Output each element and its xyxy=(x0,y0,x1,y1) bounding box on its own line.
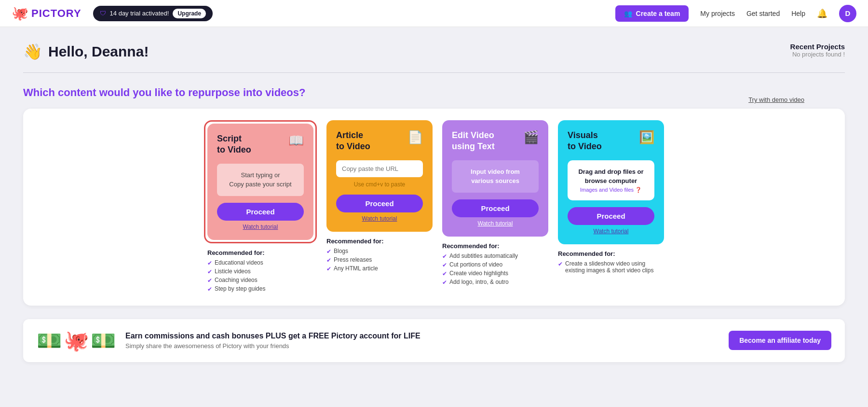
article-column: Article to Video 📄 Use cmd+v to paste Pr… xyxy=(326,120,433,294)
logo[interactable]: 🐙 PICTORY xyxy=(12,5,81,21)
greeting-text: Hello, Deanna! xyxy=(48,43,149,60)
check-icon: ✔ xyxy=(442,270,447,277)
affiliate-subtitle: Simply share the awesomeness of Pictory … xyxy=(125,342,719,350)
edit-rec-1: ✔Add subtitles automatically xyxy=(442,253,548,260)
affiliate-text: Earn commissions and cash bonuses PLUS g… xyxy=(125,332,719,350)
visuals-recommendations: Recommended for: ✔Create a slideshow vid… xyxy=(558,250,664,275)
no-projects-text: No projects found ! xyxy=(790,51,845,58)
upgrade-button[interactable]: Upgrade xyxy=(173,9,206,18)
visuals-icon: 🖼️ xyxy=(639,130,654,145)
divider xyxy=(23,72,845,73)
drop-area[interactable]: Drag and drop files orbrowse computer Im… xyxy=(568,160,654,201)
edit-recommendations: Recommended for: ✔Add subtitles automati… xyxy=(442,242,548,287)
notification-bell-icon[interactable]: 🔔 xyxy=(817,8,827,19)
script-column: Script to Video 📖 Start typing orCopy pa… xyxy=(204,120,317,294)
my-projects-link[interactable]: My projects xyxy=(700,10,735,17)
script-placeholder: Start typing orCopy paste your script xyxy=(229,170,291,189)
avatar[interactable]: D xyxy=(839,5,856,22)
help-icon: ❓ xyxy=(635,187,642,193)
visuals-column: Visuals to Video 🖼️ Drag and drop files … xyxy=(558,120,664,294)
script-card[interactable]: Script to Video 📖 Start typing orCopy pa… xyxy=(207,124,313,240)
article-rec-3: ✔Any HTML article xyxy=(326,265,433,272)
money-icon-right: 💵 xyxy=(91,329,116,352)
script-rec-1: ✔Educational videos xyxy=(207,259,313,267)
recent-projects: Recent Projects No projects found ! xyxy=(790,42,845,58)
drop-title: Drag and drop files orbrowse computer xyxy=(574,167,648,186)
article-rec-title: Recommended for: xyxy=(326,238,433,245)
edit-card-header: Edit Video using Text 🎬 xyxy=(452,130,539,153)
edit-rec-4: ✔Add logo, intro, & outro xyxy=(442,279,548,286)
article-card[interactable]: Article to Video 📄 Use cmd+v to paste Pr… xyxy=(326,120,433,232)
octopus-mascot-icon: 🐙 xyxy=(64,329,89,352)
get-started-link[interactable]: Get started xyxy=(746,10,780,17)
edit-body-text: Input video fromvarious sources xyxy=(452,160,539,193)
visuals-card-title: Visuals to Video xyxy=(568,130,602,153)
check-icon: ✔ xyxy=(558,261,563,267)
article-proceed-button[interactable]: Proceed xyxy=(336,195,423,212)
article-rec-1: ✔Blogs xyxy=(326,248,433,255)
article-icon: 📄 xyxy=(407,130,423,145)
demo-video-link[interactable]: Try with demo video xyxy=(748,96,804,103)
check-icon: ✔ xyxy=(207,286,212,293)
script-recommendations: Recommended for: ✔Educational videos ✔Li… xyxy=(207,249,313,294)
check-icon: ✔ xyxy=(207,277,212,284)
affiliate-banner: 💵 🐙 💵 Earn commissions and cash bonuses … xyxy=(23,319,845,362)
script-rec-4: ✔Step by step guides xyxy=(207,285,313,293)
main-content: 👋 Hello, Deanna! Recent Projects No proj… xyxy=(0,27,868,378)
trial-text: 14 day trial activated! xyxy=(110,10,169,17)
script-rec-2: ✔Listicle videos xyxy=(207,268,313,275)
script-card-title: Script to Video xyxy=(217,133,251,156)
edit-card-title: Edit Video using Text xyxy=(452,130,495,153)
visuals-watch-tutorial[interactable]: Watch tutorial xyxy=(568,228,654,235)
visuals-card[interactable]: Visuals to Video 🖼️ Drag and drop files … xyxy=(558,120,664,244)
visuals-rec-1: ✔Create a slideshow video using existing… xyxy=(558,260,664,274)
script-card-selected-border: Script to Video 📖 Start typing orCopy pa… xyxy=(204,120,317,243)
url-input[interactable] xyxy=(336,160,423,177)
help-link[interactable]: Help xyxy=(791,10,805,17)
check-icon: ✔ xyxy=(207,260,212,267)
article-rec-2: ✔Press releases xyxy=(326,256,433,264)
script-text-area[interactable]: Start typing orCopy paste your script xyxy=(217,164,304,196)
script-rec-3: ✔Coaching videos xyxy=(207,277,313,284)
visuals-proceed-button[interactable]: Proceed xyxy=(568,207,654,225)
visuals-card-header: Visuals to Video 🖼️ xyxy=(568,130,654,153)
nav-right: 👥 Create a team My projects Get started … xyxy=(615,5,856,22)
check-icon: ✔ xyxy=(207,268,212,275)
create-team-button[interactable]: 👥 Create a team xyxy=(615,5,689,22)
header-row: 👋 Hello, Deanna! Recent Projects No proj… xyxy=(23,42,845,61)
navbar: 🐙 PICTORY 🛡 14 day trial activated! Upgr… xyxy=(0,0,868,27)
greeting: 👋 Hello, Deanna! xyxy=(23,42,149,61)
logo-text: PICTORY xyxy=(31,7,81,20)
script-rec-title: Recommended for: xyxy=(207,249,313,256)
edit-card[interactable]: Edit Video using Text 🎬 Input video from… xyxy=(442,120,548,237)
affiliate-cta-button[interactable]: Become an affiliate today xyxy=(729,331,831,350)
script-proceed-button[interactable]: Proceed xyxy=(217,203,304,221)
article-card-header: Article to Video 📄 xyxy=(336,130,423,153)
logo-icon: 🐙 xyxy=(12,5,28,21)
wave-icon: 👋 xyxy=(23,42,42,61)
script-card-header: Script to Video 📖 xyxy=(217,133,304,156)
paste-hint: Use cmd+v to paste xyxy=(336,181,423,188)
cards-row: Script to Video 📖 Start typing orCopy pa… xyxy=(35,120,833,294)
article-card-title: Article to Video xyxy=(336,130,370,153)
shield-icon: 🛡 xyxy=(100,10,106,17)
edit-rec-2: ✔Cut portions of video xyxy=(442,261,548,268)
edit-proceed-button[interactable]: Proceed xyxy=(452,199,539,217)
edit-rec-title: Recommended for: xyxy=(442,242,548,250)
section-title: Which content would you like to repurpos… xyxy=(23,86,845,99)
article-watch-tutorial[interactable]: Watch tutorial xyxy=(336,215,423,222)
check-icon: ✔ xyxy=(326,257,331,264)
mascot-area: 💵 🐙 💵 xyxy=(37,329,116,352)
trial-badge: 🛡 14 day trial activated! Upgrade xyxy=(93,6,213,21)
check-icon: ✔ xyxy=(442,253,447,260)
edit-column: Edit Video using Text 🎬 Input video from… xyxy=(442,120,548,294)
edit-rec-3: ✔Create video highlights xyxy=(442,270,548,277)
check-icon: ✔ xyxy=(442,279,447,286)
edit-watch-tutorial[interactable]: Watch tutorial xyxy=(452,220,539,227)
visuals-rec-title: Recommended for: xyxy=(558,250,664,257)
script-watch-tutorial[interactable]: Watch tutorial xyxy=(217,224,304,230)
edit-icon: 🎬 xyxy=(523,130,539,145)
article-recommendations: Recommended for: ✔Blogs ✔Press releases … xyxy=(326,238,433,274)
check-icon: ✔ xyxy=(442,262,447,268)
file-types: Images and Video files ❓ xyxy=(574,186,648,194)
